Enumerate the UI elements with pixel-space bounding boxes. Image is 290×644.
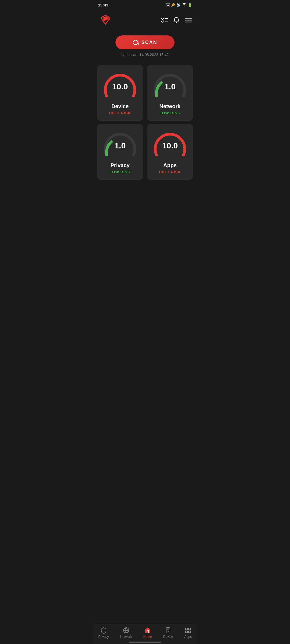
header bbox=[93, 9, 197, 33]
status-time: 13:43 bbox=[98, 3, 108, 7]
status-bar: 13:43 🖼 🔑 📡 🔋 bbox=[93, 0, 197, 9]
privacy-card[interactable]: 1.0 Privacy LOW RISK bbox=[97, 124, 143, 180]
device-risk: HIGH RISK bbox=[109, 111, 131, 115]
last-scan-text: Last scan: 14.08.2023 13:42 bbox=[121, 53, 169, 57]
key-icon: 🔑 bbox=[171, 3, 175, 7]
app-logo bbox=[98, 13, 113, 27]
network-value: 1.0 bbox=[164, 82, 176, 91]
scan-section: SCAN Last scan: 14.08.2023 13:42 bbox=[93, 33, 197, 62]
apps-gauge: 10.0 bbox=[151, 130, 189, 159]
privacy-gauge: 1.0 bbox=[101, 130, 139, 159]
device-value: 10.0 bbox=[112, 82, 128, 91]
photo-icon: 🖼 bbox=[166, 3, 170, 7]
wifi-icon bbox=[182, 3, 187, 7]
privacy-value: 1.0 bbox=[114, 141, 126, 150]
network-risk: LOW RISK bbox=[160, 111, 180, 115]
checklist-button[interactable] bbox=[161, 17, 168, 23]
privacy-risk: LOW RISK bbox=[110, 170, 130, 174]
scan-button[interactable]: SCAN bbox=[115, 35, 175, 49]
device-title: Device bbox=[111, 103, 129, 109]
network-gauge: 1.0 bbox=[151, 71, 189, 100]
status-icons: 🖼 🔑 📡 🔋 bbox=[166, 3, 192, 7]
network-card[interactable]: 1.0 Network LOW RISK bbox=[147, 65, 193, 121]
privacy-title: Privacy bbox=[110, 162, 129, 169]
header-actions bbox=[161, 17, 192, 23]
menu-button[interactable] bbox=[185, 17, 192, 23]
apps-value: 10.0 bbox=[162, 141, 178, 150]
network-title: Network bbox=[160, 103, 181, 109]
cards-grid: 10.0 Device HIGH RISK 1.0 Network LOW RI… bbox=[93, 62, 197, 182]
device-card[interactable]: 10.0 Device HIGH RISK bbox=[97, 65, 143, 121]
apps-card[interactable]: 10.0 Apps HIGH RISK bbox=[147, 124, 193, 180]
bluetooth-icon: 📡 bbox=[176, 3, 180, 7]
device-gauge: 10.0 bbox=[101, 71, 139, 100]
scan-label: SCAN bbox=[141, 40, 157, 45]
notifications-button[interactable] bbox=[173, 17, 180, 23]
apps-title: Apps bbox=[163, 162, 177, 169]
battery-icon: 🔋 bbox=[188, 3, 192, 7]
apps-risk: HIGH RISK bbox=[159, 170, 181, 174]
